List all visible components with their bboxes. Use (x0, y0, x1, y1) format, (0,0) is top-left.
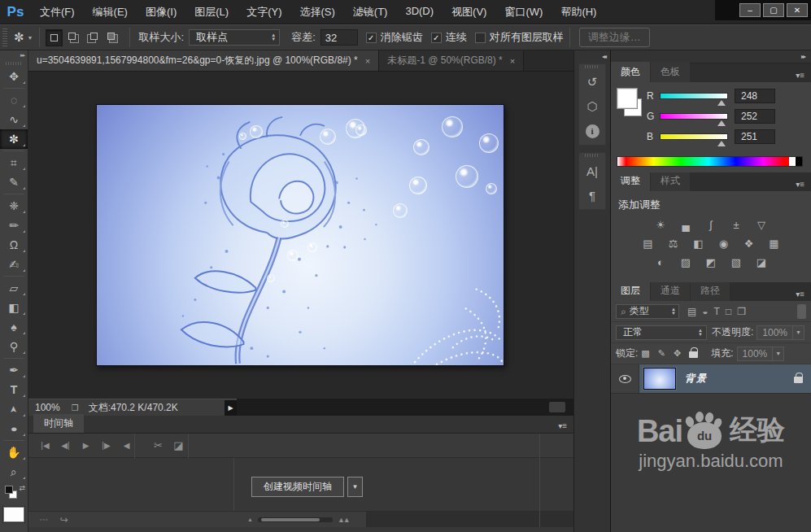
new-selection-button[interactable] (46, 29, 63, 46)
dodge-tool[interactable]: ⚲ (0, 337, 28, 356)
anti-alias-checkbox[interactable]: ✓消除锯齿 (366, 30, 423, 45)
fill-combo[interactable]: 100% ▼ (737, 347, 785, 361)
layer-row-selected[interactable]: 背景 (639, 364, 811, 393)
tab-颜色[interactable]: 颜色 (611, 62, 650, 82)
tab-调整[interactable]: 调整 (611, 171, 650, 191)
channel-slider-b[interactable] (660, 133, 728, 140)
filter-shape-icon[interactable]: □ (726, 306, 731, 317)
history-brush-tool[interactable]: ✍ (0, 255, 28, 274)
slider-thumb[interactable] (717, 100, 726, 106)
photo-filter-icon[interactable]: ◉ (715, 237, 733, 250)
levels-icon[interactable]: ▄ (677, 218, 695, 231)
tab-路径[interactable]: 路径 (691, 281, 730, 301)
intersect-selection-button[interactable] (104, 29, 121, 46)
document-tab-1[interactable]: 未标题-1 @ 50%(RGB/8) *× (379, 50, 524, 71)
ellipse-tool[interactable]: ● (0, 419, 28, 438)
scrollbar-nub[interactable] (549, 402, 565, 412)
white-swatch[interactable] (789, 157, 796, 166)
menu-item-7[interactable]: 3D(D) (396, 5, 443, 20)
threshold-icon[interactable]: ◩ (702, 255, 720, 268)
menu-item-4[interactable]: 文字(Y) (238, 5, 290, 20)
slider-thumb[interactable] (717, 141, 726, 146)
lock-paint-icon[interactable]: ✎ (658, 348, 665, 359)
collapse-arrows-icon[interactable]: ◂◂ (574, 50, 610, 61)
zoom-level[interactable]: 100% (28, 402, 67, 413)
vibrance-icon[interactable]: ▽ (752, 218, 770, 231)
black-white-icon[interactable]: ◧ (690, 237, 708, 250)
filter-smart-object-icon[interactable]: ❐ (737, 306, 746, 317)
timeline-zoom-slider[interactable]: ▲ ▲▲ (242, 516, 354, 524)
next-frame-icon[interactable]: |▶ (96, 441, 116, 450)
status-flyout-arrow[interactable]: ▶ (225, 400, 237, 416)
play-icon[interactable]: ▶ (76, 441, 96, 450)
history-panel-icon[interactable]: ↺ (579, 70, 605, 94)
zoom-in-icon[interactable]: ▲▲ (338, 516, 349, 524)
character-panel-icon[interactable]: A| (579, 159, 605, 183)
canvas-image[interactable] (96, 104, 504, 366)
move-tool[interactable]: ✥ (0, 67, 28, 86)
layer-thumbnail[interactable] (643, 368, 676, 390)
create-video-timeline-button[interactable]: 创建视频时间轴 (251, 477, 344, 497)
channel-value-b[interactable]: 251 (735, 129, 775, 144)
close-icon[interactable]: × (365, 56, 370, 66)
info-panel-icon[interactable]: i (579, 119, 605, 143)
blur-tool[interactable]: ♠ (0, 317, 28, 337)
color-spectrum-ramp[interactable] (617, 156, 803, 167)
menu-item-5[interactable]: 选择(S) (290, 5, 343, 20)
channel-mixer-icon[interactable]: ❖ (740, 237, 758, 250)
tolerance-input[interactable]: 32 (320, 29, 358, 46)
gradient-tool[interactable]: ◧ (0, 298, 28, 317)
filter-kind-dropdown[interactable]: ⌕ 类型 ▲▼ (616, 304, 679, 319)
zoom-slider-track[interactable] (258, 517, 333, 522)
menu-item-2[interactable]: 图像(I) (137, 5, 185, 20)
menu-item-10[interactable]: 帮助(H) (552, 5, 605, 20)
slider-thumb[interactable] (717, 120, 726, 126)
elliptical-marquee-tool[interactable]: ◌ (0, 90, 28, 110)
filter-toggle-switch[interactable] (797, 304, 806, 319)
foreground-color-swatch[interactable] (3, 507, 24, 522)
curves-icon[interactable]: ∫ (702, 218, 720, 231)
menu-item-1[interactable]: 编辑(E) (84, 5, 137, 20)
add-to-selection-button[interactable] (65, 29, 82, 46)
close-button[interactable]: ✕ (787, 3, 808, 17)
swap-colors-icon[interactable]: ⇄ (19, 484, 25, 492)
eyedropper-tool[interactable]: ✎ (0, 172, 28, 192)
tab-色板[interactable]: 色板 (651, 62, 690, 82)
exposure-icon[interactable]: ± (727, 218, 745, 231)
zoom-slider-handle[interactable] (261, 518, 320, 521)
tab-timeline[interactable]: 时间轴 (33, 414, 84, 433)
crop-tool[interactable]: ⌗ (0, 153, 28, 172)
subtract-from-selection-button[interactable] (85, 29, 102, 46)
magic-wand-tool[interactable]: ✼ (0, 129, 28, 149)
layer-row-background[interactable]: 背景 (611, 364, 811, 394)
color-panel-menu-icon[interactable]: ▾≡ (789, 68, 811, 82)
invert-icon[interactable]: ◐ (652, 255, 669, 268)
3d-panel-icon[interactable]: ⬡ (579, 94, 605, 119)
panel-menu-icon[interactable]: ▾≡ (552, 419, 573, 433)
clone-stamp-tool[interactable]: Ω (0, 235, 28, 255)
filter-type-icon[interactable]: T (714, 306, 720, 317)
channel-value-g[interactable]: 252 (735, 109, 775, 124)
transition-icon[interactable]: ◪ (168, 439, 189, 451)
contiguous-checkbox[interactable]: ✓连续 (431, 30, 467, 45)
menu-item-9[interactable]: 窗口(W) (495, 5, 552, 20)
frames-view-icon[interactable]: ▫▫▫ (40, 517, 48, 522)
lock-transparency-icon[interactable]: ▩ (641, 348, 649, 359)
menu-item-0[interactable]: 文件(F) (31, 5, 84, 20)
posterize-icon[interactable]: ▨ (677, 255, 695, 268)
tab-图层[interactable]: 图层 (611, 281, 650, 301)
lock-all-icon[interactable] (689, 347, 698, 360)
spectrum-gradient[interactable] (617, 157, 789, 166)
color-balance-icon[interactable]: ⚖ (665, 237, 682, 250)
hand-tool[interactable]: ✋ (0, 443, 28, 462)
visibility-toggle[interactable] (611, 364, 639, 393)
type-tool[interactable]: T (0, 380, 28, 399)
tab-样式[interactable]: 样式 (651, 171, 690, 191)
close-icon[interactable]: × (510, 56, 515, 66)
create-timeline-dropdown[interactable]: ▼ (347, 477, 363, 497)
refine-edge-button[interactable]: 调整边缘… (579, 28, 650, 47)
spot-healing-brush-tool[interactable]: ❈ (0, 196, 28, 216)
filter-image-icon[interactable]: ▤ (687, 306, 696, 317)
lock-move-icon[interactable]: ✥ (674, 348, 681, 359)
hue-saturation-icon[interactable]: ▤ (639, 237, 657, 250)
